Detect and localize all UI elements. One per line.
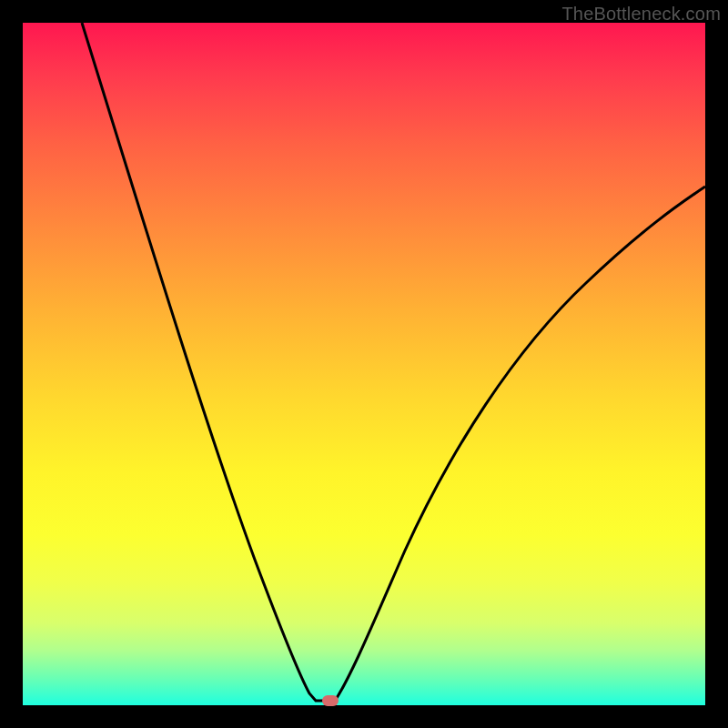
plot-area (23, 23, 705, 705)
minimum-marker (322, 695, 339, 706)
curve-right-branch (335, 187, 705, 701)
watermark-text: TheBottleneck.com (561, 4, 721, 25)
bottleneck-curve (23, 23, 705, 705)
chart-frame: TheBottleneck.com (0, 0, 728, 728)
curve-left-branch (82, 23, 335, 701)
